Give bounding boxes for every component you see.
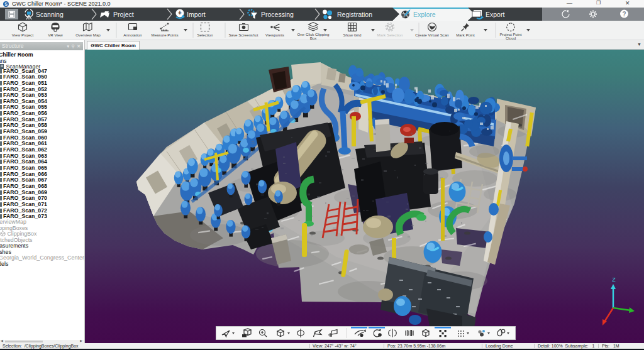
svg-text:Registration: Registration — [337, 11, 372, 18]
svg-text:VR View: VR View — [48, 33, 63, 37]
svg-text:Project: Project — [113, 11, 134, 18]
svg-text:?: ? — [622, 11, 626, 18]
svg-text:Viewpoints: Viewpoints — [265, 33, 284, 37]
svg-text:Annotation: Annotation — [123, 33, 142, 37]
svg-text:Explore: Explore — [413, 11, 436, 18]
svg-text:Selection: Selection — [197, 33, 213, 37]
svg-text:Measure Points: Measure Points — [152, 33, 179, 37]
svg-text:Mark Selection: Mark Selection — [377, 33, 403, 37]
svg-text:Save Screenshot: Save Screenshot — [228, 33, 258, 37]
svg-text:Z: Z — [612, 276, 616, 283]
svg-text:View Project: View Project — [12, 33, 34, 37]
svg-text:Processing: Processing — [261, 11, 294, 18]
svg-text:Overview Map: Overview Map — [75, 33, 101, 37]
svg-text:Cloud: Cloud — [506, 36, 516, 40]
svg-text:Create Virtual Scan: Create Virtual Scan — [415, 33, 449, 37]
svg-text:Mark Point: Mark Point — [456, 33, 475, 37]
svg-text:+: + — [178, 9, 182, 16]
svg-text:Export: Export — [486, 11, 504, 18]
svg-text:Show Grid: Show Grid — [343, 33, 362, 37]
svg-text:Box: Box — [310, 36, 318, 40]
svg-text:Import: Import — [187, 11, 206, 18]
svg-text:Scanning: Scanning — [36, 11, 64, 18]
